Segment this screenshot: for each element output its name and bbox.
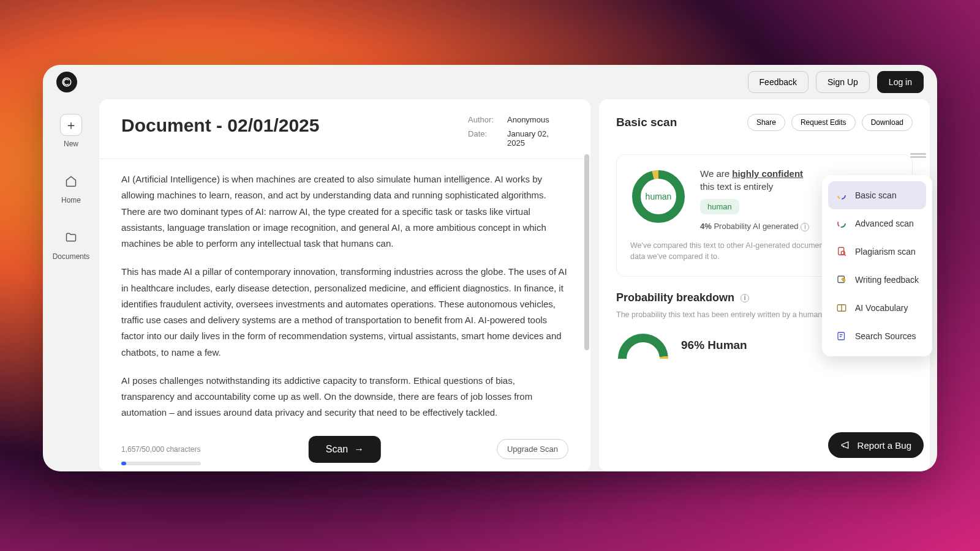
share-button[interactable]: Share bbox=[747, 114, 785, 131]
char-progress-fill bbox=[121, 462, 126, 465]
confidence-donut: human bbox=[630, 168, 687, 225]
upgrade-scan-button[interactable]: Upgrade Scan bbox=[497, 439, 568, 459]
paragraph: AI poses challenges notwithstanding its … bbox=[121, 373, 568, 421]
app-logo[interactable] bbox=[56, 72, 77, 92]
results-actions: Share Request Edits Download bbox=[747, 114, 913, 131]
scan-button-label: Scan bbox=[326, 444, 348, 455]
main-area: ＋ New Home Documents Document - 02/01/20… bbox=[43, 99, 937, 471]
paragraph: AI (Artificial Intelligence) is when mac… bbox=[121, 171, 568, 252]
menu-item-writing-feedback[interactable]: Writing feedback bbox=[828, 266, 926, 294]
sidebar-item-new[interactable]: ＋ New bbox=[60, 114, 82, 148]
scrollbar[interactable] bbox=[584, 154, 589, 350]
megaphone-icon bbox=[840, 440, 851, 451]
info-icon[interactable]: i bbox=[801, 223, 809, 231]
plus-icon: ＋ bbox=[60, 114, 82, 136]
document-header: Document - 02/01/2025 Author: Anonymous … bbox=[99, 99, 590, 159]
vocabulary-icon bbox=[835, 302, 848, 314]
report-bug-button[interactable]: Report a Bug bbox=[828, 432, 924, 458]
scan-mode-menu: Basic scan Advanced scan Plagiarism scan… bbox=[822, 175, 932, 356]
menu-item-ai-vocabulary[interactable]: AI Vocabulary bbox=[828, 294, 926, 322]
author-value: Anonymous bbox=[507, 115, 568, 124]
search-sources-icon bbox=[835, 330, 848, 342]
login-button[interactable]: Log in bbox=[877, 71, 924, 93]
human-badge: human bbox=[700, 199, 739, 214]
donut-label: human bbox=[646, 192, 672, 201]
document-footer: 1,657/50,000 characters Scan → Upgrade S… bbox=[99, 433, 590, 471]
sidebar-item-documents[interactable]: Documents bbox=[53, 227, 90, 261]
results-title: Basic scan bbox=[616, 116, 677, 129]
char-progress bbox=[121, 462, 201, 465]
paragraph: This has made AI a pillar of contemporar… bbox=[121, 264, 568, 361]
character-count: 1,657/50,000 characters bbox=[121, 445, 200, 454]
logo-icon bbox=[61, 77, 72, 88]
menu-item-basic-scan[interactable]: Basic scan bbox=[828, 181, 926, 209]
sidebar-label-documents: Documents bbox=[53, 252, 90, 261]
svg-point-4 bbox=[622, 338, 664, 359]
topbar: Feedback Sign Up Log in bbox=[43, 65, 937, 99]
spinner-icon bbox=[835, 189, 848, 201]
home-icon bbox=[60, 170, 82, 192]
arrow-right-icon: → bbox=[354, 444, 364, 455]
folder-icon bbox=[60, 227, 82, 249]
document-body[interactable]: AI (Artificial Intelligence) is when mac… bbox=[99, 159, 590, 433]
top-actions: Feedback Sign Up Log in bbox=[748, 71, 924, 93]
request-edits-button[interactable]: Request Edits bbox=[791, 114, 856, 131]
plagiarism-icon bbox=[835, 246, 848, 258]
report-bug-label: Report a Bug bbox=[858, 440, 911, 451]
drag-handle[interactable] bbox=[910, 153, 926, 159]
sidebar: ＋ New Home Documents bbox=[43, 99, 99, 471]
sidebar-label-new: New bbox=[64, 140, 78, 148]
human-arc bbox=[616, 332, 670, 359]
menu-item-plagiarism-scan[interactable]: Plagiarism scan bbox=[828, 238, 926, 266]
menu-item-advanced-scan[interactable]: Advanced scan bbox=[828, 209, 926, 238]
download-button[interactable]: Download bbox=[862, 114, 913, 131]
workspace: Document - 02/01/2025 Author: Anonymous … bbox=[99, 99, 937, 471]
signup-button[interactable]: Sign Up bbox=[816, 71, 870, 93]
date-label: Date: bbox=[468, 129, 494, 148]
sidebar-item-home[interactable]: Home bbox=[60, 170, 82, 204]
sidebar-label-home: Home bbox=[61, 196, 81, 204]
human-percent: 96% Human bbox=[681, 339, 747, 352]
results-header: Basic scan Share Request Edits Download bbox=[599, 114, 930, 142]
author-label: Author: bbox=[468, 115, 494, 124]
menu-item-search-sources[interactable]: Search Sources bbox=[828, 322, 926, 350]
feedback-button[interactable]: Feedback bbox=[748, 71, 809, 93]
document-title: Document - 02/01/2025 bbox=[121, 115, 319, 136]
scan-button[interactable]: Scan → bbox=[309, 436, 381, 463]
info-icon[interactable]: i bbox=[741, 294, 749, 302]
writing-feedback-icon bbox=[835, 274, 848, 286]
svg-rect-14 bbox=[838, 332, 845, 340]
app-window: Feedback Sign Up Log in ＋ New Home Docum… bbox=[43, 65, 937, 471]
document-panel: Document - 02/01/2025 Author: Anonymous … bbox=[99, 99, 590, 471]
advanced-scan-icon bbox=[835, 217, 848, 230]
document-meta: Author: Anonymous Date: January 02, 2025 bbox=[468, 115, 568, 148]
date-value: January 02, 2025 bbox=[507, 129, 568, 148]
